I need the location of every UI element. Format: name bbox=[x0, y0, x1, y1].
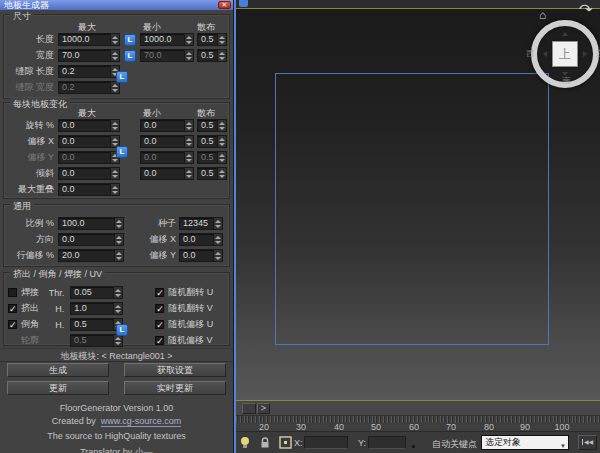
realtime-update-button[interactable]: 实时更新 bbox=[124, 381, 226, 395]
get-settings-button[interactable]: 获取设置 bbox=[124, 363, 226, 377]
dialog-titlebar[interactable]: 地板生成器 ✕ bbox=[0, 0, 233, 10]
length-scatter-input[interactable]: 0.5 bbox=[197, 33, 227, 46]
orbit-arrow-icon[interactable]: ↷ bbox=[579, 1, 593, 17]
update-button[interactable]: 更新 bbox=[7, 381, 109, 395]
x-coordinate-input[interactable] bbox=[304, 436, 348, 449]
rotation-scatter-input[interactable]: 0.5 bbox=[197, 119, 227, 132]
weld-checkbox[interactable] bbox=[8, 288, 17, 297]
general-offset-x-input[interactable]: 0.0 bbox=[179, 233, 223, 246]
rectangle-spline[interactable] bbox=[275, 73, 549, 345]
viewcube-face[interactable]: 上 bbox=[552, 41, 578, 67]
offset-x-min-input[interactable]: 0.0 bbox=[140, 135, 194, 148]
auto-key-button[interactable]: 自动关键点 bbox=[432, 438, 477, 451]
spinner-control[interactable] bbox=[213, 218, 222, 229]
spinner-control[interactable] bbox=[113, 303, 122, 314]
viewcube[interactable]: 上 西 东 南 bbox=[531, 20, 599, 88]
random-flip-v-checkbox[interactable]: ✓ bbox=[155, 304, 164, 313]
extrude-checkbox[interactable]: ✓ bbox=[8, 304, 17, 313]
spinner-control[interactable] bbox=[217, 152, 226, 163]
spinner-control[interactable] bbox=[114, 218, 123, 229]
viewcube-arrow-right-icon[interactable] bbox=[583, 51, 590, 57]
generate-button[interactable]: 生成 bbox=[7, 363, 109, 377]
spinner-control[interactable] bbox=[110, 120, 119, 131]
lock-button[interactable]: L bbox=[124, 50, 136, 62]
tilt-max-input[interactable]: 0.0 bbox=[58, 167, 120, 180]
scale-input[interactable]: 100.0 bbox=[58, 217, 124, 230]
spinner-control[interactable] bbox=[114, 250, 123, 261]
spinner-control[interactable] bbox=[213, 250, 222, 261]
spinner-control[interactable] bbox=[217, 50, 226, 61]
offset-xy-lock-button[interactable]: L bbox=[116, 146, 128, 158]
spinner-control[interactable] bbox=[184, 120, 193, 131]
transform-gizmo-icon[interactable] bbox=[279, 436, 292, 451]
offset-y-min-input[interactable]: 0.0 bbox=[140, 151, 194, 164]
offset-x-scatter-input[interactable]: 0.5 bbox=[197, 135, 227, 148]
spinner-control[interactable] bbox=[110, 34, 119, 45]
variation-headers: 最大 最小 散布 bbox=[6, 107, 227, 119]
selection-filter-dropdown[interactable]: 选定对象 ▼ bbox=[481, 435, 569, 450]
isolate-bulb-icon[interactable] bbox=[239, 436, 251, 452]
width-max-input[interactable]: 70.0 bbox=[58, 49, 120, 62]
spinner-control[interactable] bbox=[110, 50, 119, 61]
random-offset-u-checkbox[interactable]: ✓ bbox=[155, 320, 164, 329]
length-min-input[interactable]: 1000.0 bbox=[140, 33, 194, 46]
compass-east-label: 东 bbox=[596, 48, 600, 59]
viewcube-arrow-up-icon[interactable] bbox=[562, 29, 568, 36]
time-slider-handle[interactable] bbox=[242, 403, 256, 414]
close-icon[interactable]: ✕ bbox=[218, 1, 231, 9]
rotation-max-input[interactable]: 0.0 bbox=[58, 119, 120, 132]
row-offset-label: 行偏移 % bbox=[6, 249, 54, 262]
random-offset-v-checkbox[interactable]: ✓ bbox=[155, 336, 164, 345]
spinner-control[interactable] bbox=[113, 335, 122, 346]
spinner-control[interactable] bbox=[217, 34, 226, 45]
rotation-min-input[interactable]: 0.0 bbox=[140, 119, 194, 132]
home-icon[interactable]: ⌂ bbox=[539, 9, 546, 21]
spinner-control[interactable] bbox=[184, 50, 193, 61]
go-to-start-button[interactable]: ◀◀ bbox=[578, 435, 597, 450]
bevel-checkbox[interactable]: ✓ bbox=[8, 320, 17, 329]
spinner-control[interactable] bbox=[217, 136, 226, 147]
spinner-control[interactable] bbox=[184, 168, 193, 179]
spinner-control[interactable] bbox=[213, 234, 222, 245]
seed-input[interactable]: 12345 bbox=[179, 217, 223, 230]
extrude-height-input[interactable]: 1.0 bbox=[70, 302, 123, 315]
offset-y-scatter-input[interactable]: 0.5 bbox=[197, 151, 227, 164]
spinner-control[interactable] bbox=[110, 184, 119, 195]
random-flip-u-checkbox[interactable]: ✓ bbox=[155, 288, 164, 297]
width-scatter-input[interactable]: 0.5 bbox=[197, 49, 227, 62]
time-slider-track[interactable]: > bbox=[236, 401, 600, 416]
spinner-control[interactable] bbox=[217, 120, 226, 131]
timeline-ruler[interactable]: 20 30 40 50 60 70 80 90 100 bbox=[236, 416, 600, 432]
next-frame-button[interactable]: > bbox=[257, 403, 270, 414]
viewcube-arrow-left-icon[interactable] bbox=[540, 51, 547, 57]
gap-lock-button[interactable]: L bbox=[116, 71, 128, 83]
spinner-control[interactable] bbox=[110, 168, 119, 179]
offset-y-max-input[interactable]: 0.0 bbox=[58, 151, 120, 164]
row-offset-input[interactable]: 20.0 bbox=[58, 249, 124, 262]
bevel-outline-lock-button[interactable]: L bbox=[116, 324, 128, 336]
tilt-min-input[interactable]: 0.0 bbox=[140, 167, 194, 180]
y-coordinate-input[interactable] bbox=[368, 436, 406, 449]
lock-button[interactable]: L bbox=[124, 34, 136, 46]
length-max-input[interactable]: 1000.0 bbox=[58, 33, 120, 46]
spinner-control[interactable] bbox=[113, 287, 122, 298]
tilt-scatter-input[interactable]: 0.5 bbox=[197, 167, 227, 180]
floor-module-label: 地板模块: < Rectangle001 > bbox=[0, 348, 233, 362]
spinner-control[interactable] bbox=[110, 82, 119, 93]
spinner-control[interactable] bbox=[217, 168, 226, 179]
cg-source-link[interactable]: www.cg-source.com bbox=[101, 416, 182, 427]
direction-input[interactable]: 0.0 bbox=[58, 233, 124, 246]
offset-x-max-input[interactable]: 0.0 bbox=[58, 135, 120, 148]
spinner-control[interactable] bbox=[114, 234, 123, 245]
outline-input[interactable]: 0.5 bbox=[70, 334, 123, 347]
weld-threshold-input[interactable]: 0.05 bbox=[70, 286, 123, 299]
general-offset-y-input[interactable]: 0.0 bbox=[179, 249, 223, 262]
gap-length-input[interactable]: 0.2 bbox=[58, 65, 120, 78]
gap-width-input[interactable]: 0.2 bbox=[58, 81, 120, 94]
spinner-control[interactable] bbox=[184, 136, 193, 147]
spinner-control[interactable] bbox=[184, 152, 193, 163]
selection-lock-icon[interactable] bbox=[259, 436, 271, 451]
max-overlap-input[interactable]: 0.0 bbox=[58, 183, 120, 196]
width-min-input[interactable]: 70.0 bbox=[140, 49, 194, 62]
spinner-control[interactable] bbox=[184, 34, 193, 45]
